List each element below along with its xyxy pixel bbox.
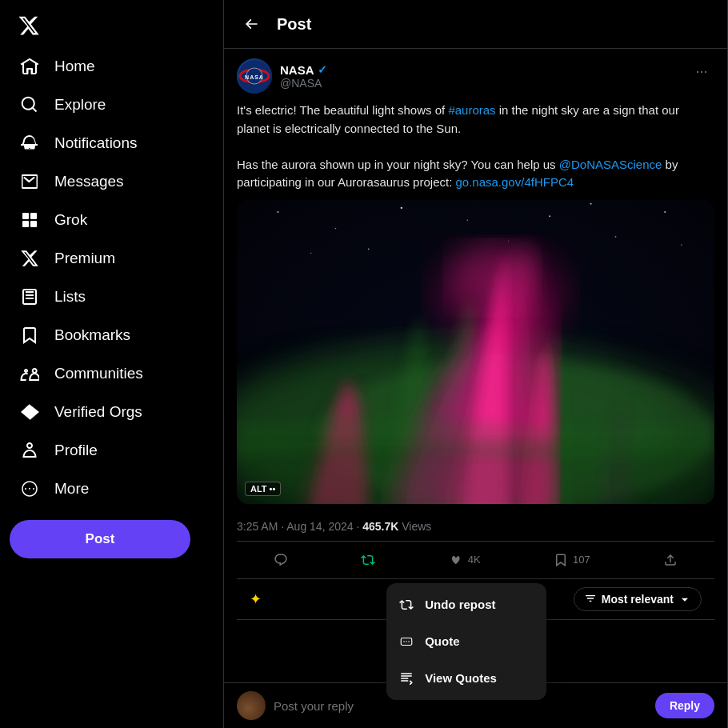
sidebar-item-verified-orgs-label: Verified Orgs: [54, 403, 142, 421]
svg-rect-2: [22, 221, 29, 227]
quote-icon: [399, 634, 414, 649]
svg-point-28: [406, 641, 407, 642]
relevance-selector[interactable]: Most relevant: [574, 587, 702, 611]
bookmark-action-button[interactable]: 107: [547, 548, 597, 572]
nasa-avatar-inner: NASA: [237, 58, 272, 94]
like-action-button[interactable]: 4K: [442, 548, 487, 572]
sidebar-item-home-label: Home: [54, 58, 95, 75]
reply-icon: [274, 553, 288, 567]
sparkle-icon: ✦: [250, 590, 262, 608]
sidebar-item-more[interactable]: More: [10, 470, 214, 507]
view-quotes-label: View Quotes: [425, 671, 497, 685]
back-button[interactable]: [237, 10, 266, 38]
sidebar-item-messages-label: Messages: [54, 173, 124, 190]
sidebar-item-home[interactable]: Home: [10, 48, 214, 85]
tweet-meta: 3:25 AM · Aug 14, 2024 · 465.7K Views: [237, 512, 714, 542]
post-page-header: Post: [224, 0, 727, 49]
tweet-text-part1: It's electric! The beautiful light shows…: [237, 103, 448, 117]
bookmark-count: 107: [573, 554, 590, 566]
tweet-timestamp: 3:25 AM · Aug 14, 2024: [237, 520, 354, 533]
sidebar-item-more-label: More: [54, 480, 89, 498]
nasa-logo-svg: NASA: [237, 58, 272, 94]
tweet-text: It's electric! The beautiful light shows…: [237, 102, 714, 192]
share-icon: [663, 553, 678, 567]
tweet-author-info: NASA NASA ✓ @NASA: [237, 58, 327, 94]
sidebar-item-notifications[interactable]: Notifications: [10, 125, 214, 162]
page-title: Post: [277, 15, 311, 34]
svg-rect-1: [30, 213, 37, 219]
author-name: NASA ✓: [280, 63, 327, 77]
aurora-image: ALT ••: [237, 200, 714, 504]
heart-icon: [449, 553, 463, 567]
svg-point-18: [590, 202, 592, 204]
svg-rect-0: [22, 213, 29, 219]
share-action-button[interactable]: [657, 548, 684, 572]
view-quotes-item[interactable]: View Quotes: [386, 660, 546, 697]
reply-button[interactable]: Reply: [655, 693, 714, 718]
search-icon: [19, 94, 40, 115]
svg-point-19: [508, 240, 509, 241]
sidebar-item-premium[interactable]: Premium: [10, 240, 214, 277]
sidebar-item-communities[interactable]: Communities: [10, 355, 214, 392]
tweet-views-label: Views: [402, 520, 431, 533]
action-bar: Undo repost Quote View Quotes 4K: [237, 542, 714, 579]
sidebar-item-messages[interactable]: Messages: [10, 163, 214, 200]
filter-icon: [584, 593, 597, 606]
main-content: Post NASA NASA: [224, 0, 728, 728]
tweet-views: 465.7K: [362, 520, 398, 533]
quote-item[interactable]: Quote: [386, 623, 546, 660]
sidebar-item-profile[interactable]: Profile: [10, 432, 214, 469]
person-icon: [19, 440, 40, 461]
post-button[interactable]: Post: [10, 520, 190, 558]
tweet-hashtag[interactable]: #auroras: [448, 103, 495, 117]
tweet-card: NASA NASA ✓ @NASA ··· It's electric! The…: [224, 49, 727, 620]
sidebar-item-profile-label: Profile: [54, 442, 98, 459]
tweet-url[interactable]: go.nasa.gov/4fHFPC4: [455, 175, 574, 189]
back-arrow-icon: [243, 16, 259, 32]
undo-repost-label: Undo repost: [425, 598, 495, 611]
repost-action-button[interactable]: Undo repost Quote View Quotes: [354, 548, 382, 572]
reply-input[interactable]: [274, 699, 647, 713]
communities-icon: [19, 363, 40, 384]
grok-icon: [19, 210, 40, 230]
lists-icon: [19, 286, 40, 307]
sidebar-item-grok[interactable]: Grok: [10, 202, 214, 238]
reply-action-button[interactable]: [267, 548, 294, 572]
aurora-svg: [237, 200, 714, 504]
sidebar-item-explore[interactable]: Explore: [10, 86, 214, 123]
svg-point-20: [368, 248, 370, 250]
mail-icon: [19, 171, 40, 192]
sidebar-item-explore-label: Explore: [54, 96, 106, 114]
svg-point-10: [335, 227, 337, 229]
repost-dropdown-icon: [399, 598, 414, 612]
svg-text:NASA: NASA: [245, 74, 264, 80]
undo-repost-item[interactable]: Undo repost: [386, 586, 546, 623]
tweet-more-button[interactable]: ···: [689, 58, 714, 84]
sidebar-item-verified-orgs[interactable]: Verified Orgs: [10, 394, 214, 430]
svg-point-9: [277, 210, 278, 212]
quote-label: Quote: [425, 634, 459, 648]
repost-icon: [361, 553, 375, 567]
x-logo[interactable]: [10, 6, 48, 45]
svg-point-14: [615, 235, 617, 237]
home-icon: [19, 56, 40, 77]
svg-point-11: [401, 206, 402, 208]
sparkle-area: ✦: [250, 590, 262, 608]
nasa-avatar: NASA: [237, 58, 272, 94]
tweet-mention[interactable]: @DoNASAScience: [559, 158, 662, 171]
sidebar-item-bookmarks[interactable]: Bookmarks: [10, 317, 214, 354]
more-circle-icon: [19, 478, 40, 499]
sidebar-item-notifications-label: Notifications: [54, 134, 138, 152]
bookmark-icon: [19, 325, 40, 346]
x-premium-icon: [19, 248, 40, 269]
svg-point-17: [310, 252, 311, 253]
svg-point-25: [451, 245, 534, 310]
alt-badge[interactable]: ALT ••: [245, 482, 281, 496]
sidebar-item-lists[interactable]: Lists: [10, 278, 214, 315]
chevron-down-icon: [678, 593, 691, 606]
tweet-author-row: NASA NASA ✓ @NASA ···: [237, 58, 714, 94]
sidebar-item-communities-label: Communities: [54, 365, 143, 382]
svg-point-13: [549, 215, 550, 217]
svg-rect-3: [30, 221, 37, 227]
x-logo-icon: [18, 14, 40, 37]
